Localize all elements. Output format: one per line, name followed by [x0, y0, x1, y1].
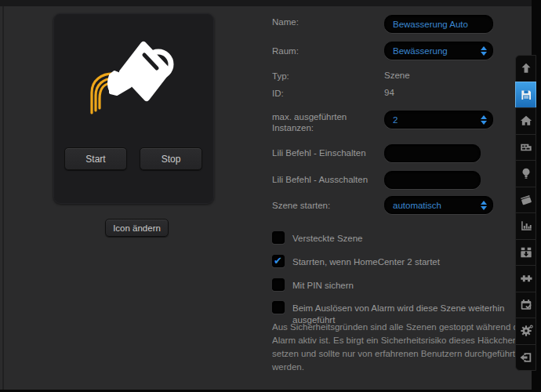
name-input[interactable]: [384, 15, 493, 33]
chart-icon: [518, 218, 534, 234]
start-on-boot-label: Starrten, wenn HomeCenter 2 startet: [292, 255, 440, 268]
select-stepper-icon: [481, 115, 487, 125]
select-stepper-icon: [481, 201, 487, 210]
logout-button[interactable]: [515, 344, 536, 372]
devices-button[interactable]: [515, 134, 536, 162]
hidden-scene-label: Versteckte Szene: [292, 231, 363, 245]
name-label: Name:: [272, 16, 299, 27]
security-warning-text: Aus Sicherheitsgründen sind alle Szenen …: [272, 321, 523, 374]
energy-chart-button[interactable]: [515, 212, 536, 240]
pin-protect-checkbox[interactable]: [272, 278, 285, 291]
lili-off-input[interactable]: [384, 171, 481, 189]
start-button[interactable]: Start: [64, 147, 127, 170]
id-label: ID:: [272, 88, 284, 99]
schedule-icon: [518, 297, 534, 313]
room-label: Raum:: [272, 45, 299, 56]
type-value: Szene: [384, 71, 410, 80]
change-icon-button[interactable]: Icon ändern: [105, 219, 169, 237]
scenes-button[interactable]: [515, 187, 536, 214]
scenes-icon: [518, 192, 534, 208]
lili-off-label: Lili Befehl - Ausschalten: [272, 174, 368, 185]
lili-on-input[interactable]: [384, 144, 481, 162]
stop-button[interactable]: Stop: [140, 147, 202, 170]
warning-line: werden.: [272, 361, 523, 374]
top-border: [0, 0, 541, 6]
home-button[interactable]: [515, 107, 536, 135]
warning-line: setzen und sollte nur von erfahrenen Ben…: [272, 347, 523, 361]
logout-icon: [518, 350, 534, 365]
start-on-boot-checkbox[interactable]: [272, 255, 285, 267]
schedule-button[interactable]: [515, 292, 536, 319]
max-instances-value: 2: [393, 115, 398, 125]
arrow-up-icon: [518, 60, 534, 76]
scene-start-value: automatisch: [393, 201, 441, 210]
lili-on-label: Lili Befehl - Einschalten: [272, 147, 366, 158]
plugins-button[interactable]: [515, 265, 536, 292]
backup-icon: [518, 245, 534, 260]
light-button[interactable]: [515, 160, 536, 187]
room-select[interactable]: Bewässerung: [384, 42, 493, 60]
scene-start-label: Szene starten:: [272, 200, 330, 211]
backup-button[interactable]: [515, 239, 536, 267]
hidden-scene-checkbox[interactable]: [272, 231, 285, 244]
max-instances-label: max. ausgeführten Instanzen:: [272, 111, 347, 133]
room-select-value: Bewässerung: [393, 46, 448, 56]
devices-icon: [518, 140, 534, 155]
warning-line: Aus Sicherheitsgründen sind alle Szenen …: [272, 321, 523, 334]
plugins-icon: [518, 270, 534, 286]
left-border: [2, 6, 4, 392]
watering-can-icon: [89, 36, 179, 126]
settings-icon: [518, 323, 534, 339]
warning-line: Alarm aktiv ist. Es birgt ein Sicherheit…: [272, 334, 523, 347]
side-toolbar: [515, 55, 536, 371]
light-icon: [518, 165, 534, 181]
pin-protect-label: Mit PIN sichern: [292, 278, 354, 292]
type-label: Typ:: [272, 71, 289, 82]
save-icon: [519, 88, 533, 102]
scene-start-select[interactable]: automatisch: [384, 196, 493, 214]
scroll-up-button[interactable]: [515, 55, 536, 82]
scene-icon-card: Start Stop: [53, 13, 214, 204]
select-stepper-icon: [481, 46, 487, 56]
id-value: 94: [384, 88, 394, 97]
run-during-alarm-checkbox[interactable]: [272, 301, 285, 314]
save-button[interactable]: [515, 82, 536, 109]
home-icon: [518, 113, 534, 129]
max-instances-select[interactable]: 2: [384, 111, 493, 129]
settings-button[interactable]: [515, 318, 536, 345]
